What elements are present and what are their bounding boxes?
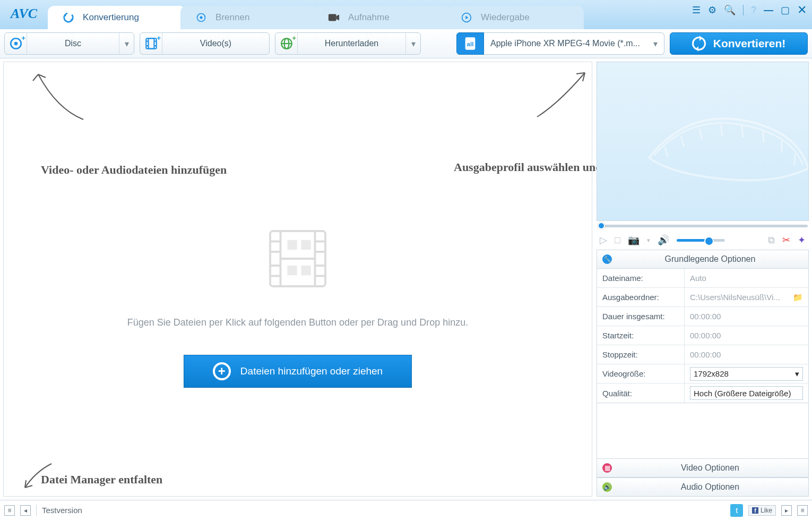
help-icon[interactable]: ? bbox=[751, 5, 756, 16]
svg-point-6 bbox=[14, 42, 18, 46]
profile-value: Apple iPhone XR MPEG-4 Movie (*.m... bbox=[490, 39, 640, 48]
drop-zone[interactable]: Video- oder Audiodateien hinzufügen Ausg… bbox=[3, 62, 592, 497]
svg-line-35 bbox=[699, 129, 702, 140]
chevron-down-icon[interactable]: ▾ bbox=[119, 33, 134, 54]
add-videos-button[interactable]: + Video(s) bbox=[140, 32, 270, 55]
opt-outdir-value[interactable]: C:\Users\NilsNeusüß\Vi...📁 bbox=[685, 288, 808, 306]
seek-slider[interactable] bbox=[597, 221, 809, 231]
basic-options-header[interactable]: 🔧 Grundlegende Optionen bbox=[597, 250, 809, 269]
main-area: Video- oder Audiodateien hinzufügen Ausg… bbox=[0, 58, 812, 500]
opt-start-value[interactable]: 00:00:00 bbox=[685, 326, 808, 345]
opt-duration-value: 00:00:00 bbox=[685, 307, 808, 326]
tab-play[interactable]: Wiedergabe bbox=[446, 6, 584, 29]
output-profile-select[interactable]: Apple iPhone XR MPEG-4 Movie (*.m... ▾ bbox=[484, 32, 664, 55]
titlebar: AVC Konvertierung Brennen Aufnahme Wiede… bbox=[0, 0, 812, 29]
separator bbox=[743, 5, 744, 15]
video-icon: ▦ bbox=[602, 463, 612, 473]
facebook-like-button[interactable]: fLike bbox=[748, 505, 776, 516]
output-profile: all Apple iPhone XR MPEG-4 Movie (*.m...… bbox=[456, 32, 664, 55]
svg-point-2 bbox=[200, 16, 203, 19]
basic-options-table: Dateiname:Auto Ausgabeordner:C:\Users\Ni… bbox=[597, 269, 809, 403]
volume-slider[interactable] bbox=[677, 239, 724, 242]
panel-collapse-left[interactable]: ◂ bbox=[20, 505, 31, 516]
svg-line-33 bbox=[665, 147, 668, 157]
opt-stop-value[interactable]: 00:00:00 bbox=[685, 345, 808, 364]
wrench-icon: 🔧 bbox=[602, 254, 612, 264]
disc-icon bbox=[195, 12, 207, 23]
svg-line-37 bbox=[742, 126, 743, 138]
version-label: Testversion bbox=[42, 506, 82, 515]
opt-filename-value[interactable]: Auto bbox=[685, 269, 808, 287]
search-icon[interactable]: 🔍 bbox=[724, 4, 736, 16]
tab-convert[interactable]: Konvertierung bbox=[48, 6, 186, 29]
scissors-icon[interactable]: ✂ bbox=[782, 234, 790, 246]
filmstrip-icon bbox=[263, 227, 332, 291]
play-icon[interactable]: ▷ bbox=[600, 234, 607, 246]
options-spacer bbox=[597, 403, 809, 458]
tab-label: Konvertierung bbox=[83, 12, 139, 23]
button-label: Dateien hinzufügen oder ziehen bbox=[240, 365, 383, 377]
effects-icon[interactable]: ✦ bbox=[798, 234, 806, 246]
hint-arrow-icon bbox=[534, 66, 593, 120]
download-button[interactable]: + Herunterladen ▾ bbox=[275, 32, 421, 55]
volume-icon[interactable]: 🔊 bbox=[658, 234, 669, 246]
plus-circle-icon: + bbox=[213, 362, 231, 380]
chevron-down-icon[interactable]: ▾ bbox=[647, 237, 650, 244]
svg-rect-3 bbox=[329, 14, 336, 21]
panel-title: Video Optionen bbox=[617, 463, 803, 473]
opt-size-select[interactable]: 1792x828▾ bbox=[685, 364, 808, 383]
svg-rect-24 bbox=[301, 266, 311, 275]
svg-rect-23 bbox=[288, 266, 297, 275]
convert-icon bbox=[692, 37, 706, 50]
stop-icon[interactable]: □ bbox=[615, 235, 620, 246]
audio-icon: 🔊 bbox=[602, 482, 612, 492]
opt-quality-select[interactable]: Hoch (Größere Dateigröße) bbox=[685, 383, 808, 403]
drop-message: Fügen Sie Dateien per Klick auf folgende… bbox=[127, 317, 468, 328]
tab-label: Brennen bbox=[215, 12, 249, 23]
camera-icon bbox=[328, 12, 340, 23]
chevron-down-icon[interactable]: ▾ bbox=[405, 33, 420, 54]
panel-collapse-right[interactable]: ▸ bbox=[781, 505, 792, 516]
maximize-icon[interactable]: ▢ bbox=[781, 4, 790, 16]
close-icon[interactable]: ✕ bbox=[797, 3, 807, 17]
crop-icon[interactable]: ⧉ bbox=[768, 235, 775, 246]
side-panel: ▷ □ 📷 ▾ 🔊 ⧉ ✂ ✦ 🔧 Grundlegende Optionen … bbox=[597, 62, 809, 497]
main-tabs: Konvertierung Brennen Aufnahme Wiedergab… bbox=[48, 0, 584, 29]
snapshot-icon[interactable]: 📷 bbox=[628, 234, 640, 246]
preview-pane bbox=[597, 62, 809, 221]
minimize-icon[interactable]: — bbox=[764, 5, 773, 16]
opt-filename-label: Dateiname: bbox=[597, 269, 685, 287]
folder-icon[interactable]: 📁 bbox=[793, 293, 803, 302]
audio-options-header[interactable]: 🔊 Audio Optionen bbox=[597, 478, 809, 497]
svg-point-0 bbox=[64, 13, 73, 22]
settings-icon[interactable]: ⚙ bbox=[708, 4, 716, 16]
svg-rect-21 bbox=[288, 240, 297, 250]
svg-rect-7 bbox=[146, 38, 157, 49]
twitter-icon[interactable]: t bbox=[730, 504, 743, 517]
convert-button[interactable]: Konvertieren! bbox=[670, 32, 808, 55]
hint-arrow-icon bbox=[25, 66, 89, 125]
button-label: Herunterladen bbox=[298, 39, 405, 48]
add-disc-button[interactable]: + Disc ▾ bbox=[4, 32, 134, 55]
app-logo: AVC bbox=[0, 6, 48, 29]
opt-stop-label: Stoppzeit: bbox=[597, 345, 685, 364]
tab-label: Wiedergabe bbox=[481, 12, 530, 23]
panel-toggle-left[interactable]: ≡ bbox=[4, 505, 15, 516]
tab-record[interactable]: Aufnahme bbox=[313, 6, 451, 29]
tab-label: Aufnahme bbox=[348, 12, 390, 23]
list-icon[interactable]: ☰ bbox=[692, 4, 701, 16]
globe-add-icon: + bbox=[275, 33, 298, 54]
add-files-button[interactable]: + Dateien hinzufügen oder ziehen bbox=[184, 355, 412, 388]
svg-rect-8 bbox=[148, 38, 154, 49]
video-options-header[interactable]: ▦ Video Optionen bbox=[597, 458, 809, 478]
hint-add-files: Video- oder Audiodateien hinzufügen bbox=[41, 163, 227, 177]
button-label: Video(s) bbox=[162, 39, 269, 48]
svg-line-40 bbox=[794, 154, 795, 165]
profile-device-icon[interactable]: all bbox=[456, 32, 484, 55]
panel-toggle-right[interactable]: ≡ bbox=[797, 505, 808, 516]
disc-add-icon: + bbox=[5, 33, 27, 54]
refresh-icon bbox=[63, 12, 74, 23]
tab-burn[interactable]: Brennen bbox=[180, 6, 318, 29]
window-controls: ☰ ⚙ 🔍 ? — ▢ ✕ bbox=[692, 3, 807, 17]
button-label: Konvertieren! bbox=[713, 37, 786, 50]
